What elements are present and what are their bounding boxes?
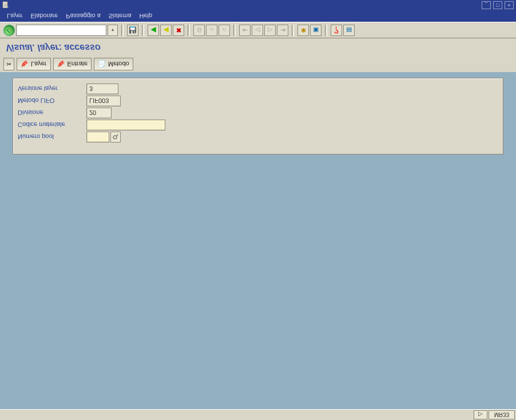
metodo-button[interactable]: 📄 Metodo <box>94 58 133 70</box>
toolbar-separator <box>142 25 144 36</box>
exit-button[interactable]: ◀ <box>160 25 172 36</box>
tool-button[interactable]: ✂ <box>3 58 14 70</box>
standard-toolbar: ▾ 💾 ◀ ◀ ✖ ⎙ ⌕ ⌕ ⇤ ◁ ▷ ⇥ ✱ ▣ ❓ ▤ <box>0 22 516 39</box>
menu-passaggio-a[interactable]: Passaggio a <box>66 13 101 19</box>
menu-help[interactable]: Help <box>140 13 153 19</box>
next-page-button[interactable]: ▷ <box>264 25 276 36</box>
enter-button[interactable] <box>3 25 15 36</box>
divisione-field[interactable] <box>86 108 112 118</box>
metodo-button-label: Metodo <box>108 61 129 68</box>
layout-menu-button[interactable]: ▤ <box>343 25 355 36</box>
find-button[interactable]: ⌕ <box>206 25 217 36</box>
command-field[interactable] <box>16 25 106 36</box>
title-area: Visual. layer: accesso <box>0 38 516 57</box>
menu-elaborare[interactable]: Elaborare <box>31 13 58 19</box>
bookmark-icon: 🔖 <box>21 61 29 68</box>
versione-layer-label: Versione layer <box>18 86 86 93</box>
bookmark-icon: 🔖 <box>57 61 65 68</box>
metodo-lifo-label: Metodo LIFO <box>18 98 86 105</box>
glasses-icon: ✂ <box>6 61 11 68</box>
application-toolbar: ✂ 🔖 Layer 🔖 Entrate 📄 Metodo <box>0 56 516 73</box>
layer-button[interactable]: 🔖 Layer <box>17 58 51 70</box>
content-area: Versione layer Metodo LIFO Divisione Cod… <box>0 72 516 410</box>
prev-page-button[interactable]: ◁ <box>252 25 263 36</box>
divisione-label: Divisione <box>18 110 86 117</box>
entrate-button[interactable]: 🔖 Entrate <box>53 58 92 70</box>
command-history-button[interactable]: ▾ <box>108 25 118 36</box>
svg-point-4 <box>113 136 117 140</box>
back-button[interactable]: ◀ <box>148 25 159 36</box>
help-button[interactable]: ❓ <box>331 25 342 36</box>
metodo-lifo-field[interactable] <box>86 96 121 106</box>
versione-layer-field[interactable] <box>86 84 118 94</box>
search-help-icon <box>113 134 118 140</box>
status-bar: ▷ MR33 <box>0 409 516 420</box>
window-minimize-button[interactable]: _ <box>482 1 491 9</box>
print-button[interactable]: ⎙ <box>193 25 205 36</box>
menu-sistema[interactable]: Sistema <box>109 13 132 19</box>
toolbar-separator <box>188 25 190 36</box>
first-page-button[interactable]: ⇤ <box>239 25 251 36</box>
last-page-button[interactable]: ⇥ <box>277 25 288 36</box>
cancel-button[interactable]: ✖ <box>173 25 184 36</box>
toolbar-separator <box>292 25 294 36</box>
entrate-button-label: Entrate <box>68 61 88 68</box>
toolbar-separator <box>233 25 236 36</box>
window-titlebar: _ □ × <box>0 0 516 10</box>
menubar: Layer Elaborare Passaggio a Sistema Help <box>0 10 516 22</box>
svg-line-5 <box>116 135 118 137</box>
window-menu-icon[interactable] <box>2 1 9 8</box>
svg-rect-0 <box>3 2 7 8</box>
new-session-button[interactable]: ✱ <box>297 25 309 36</box>
codice-materiale-label: Codice materiale <box>18 122 86 129</box>
codice-materiale-field[interactable] <box>86 120 165 130</box>
find-next-button[interactable]: ⌕ <box>219 25 230 36</box>
toolbar-separator <box>325 25 327 36</box>
numero-pool-label: Numero pool <box>18 134 86 141</box>
window-close-button[interactable]: × <box>505 1 514 9</box>
window-maximize-button[interactable]: □ <box>493 1 502 9</box>
menu-layer[interactable]: Layer <box>7 13 23 19</box>
document-icon: 📄 <box>98 61 106 68</box>
statusbar-expand-button[interactable]: ▷ <box>474 410 487 419</box>
numero-pool-field[interactable] <box>86 132 109 142</box>
statusbar-tcode: MR33 <box>489 410 515 419</box>
page-title: Visual. layer: accesso <box>6 42 101 53</box>
selection-panel: Versione layer Metodo LIFO Divisione Cod… <box>13 78 503 154</box>
create-shortcut-button[interactable]: ▣ <box>310 25 321 36</box>
layer-button-label: Layer <box>31 61 47 68</box>
toolbar-separator <box>121 25 124 36</box>
numero-pool-f4-button[interactable] <box>110 132 121 142</box>
save-button[interactable]: 💾 <box>127 25 138 36</box>
